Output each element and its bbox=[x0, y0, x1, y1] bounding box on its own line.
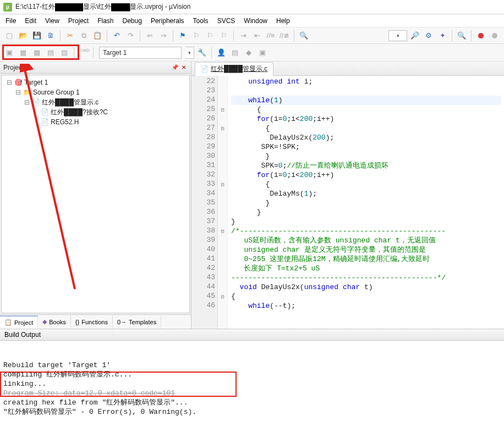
menubar: File Edit View Project Flash Debug Perip… bbox=[0, 14, 504, 27]
tab-functions[interactable]: {}Functions bbox=[71, 315, 113, 329]
separator bbox=[74, 47, 74, 58]
rebuild-icon[interactable]: ▩ bbox=[31, 47, 43, 59]
build-icon[interactable]: ▦ bbox=[17, 47, 29, 59]
separator bbox=[140, 30, 140, 41]
undo-icon[interactable]: ↶ bbox=[111, 30, 123, 42]
editor-tabs: 📄 红外████管显示.c bbox=[191, 62, 504, 76]
tree-file-dep1[interactable]: 📄 红外████?接收?C bbox=[3, 107, 188, 117]
save-all-icon[interactable]: 🗎 bbox=[45, 30, 57, 42]
window-title: E:\c\117-红外██████显示\红外████显示.uvproj - µV… bbox=[15, 2, 190, 12]
target-dropdown-icon[interactable]: ▾ bbox=[185, 47, 194, 59]
open-file-icon[interactable]: 📂 bbox=[17, 30, 29, 42]
new-file-icon[interactable]: ▢ bbox=[3, 30, 15, 42]
groups-icon[interactable]: ▤ bbox=[229, 47, 241, 59]
bookmark-next-icon[interactable]: ⚐ bbox=[204, 30, 216, 42]
file-icon: 📄 bbox=[201, 65, 209, 73]
build-toolbar: ▣ ▦ ▩ ▤ ▧ LOAD⇓ Target 1 ▾ 🔧 👤 ▤ ◆ ▣ bbox=[0, 44, 504, 62]
separator bbox=[211, 47, 212, 58]
tree-group[interactable]: ⊟ 📁 Source Group 1 bbox=[3, 87, 188, 97]
main-area: Project 📌 ✕ ⊟ 🎯 Target 1 ⊟ 📁 Source Grou… bbox=[0, 62, 504, 329]
c-file-icon: 📄 bbox=[40, 108, 49, 116]
app-icon: µ bbox=[3, 3, 12, 12]
bookmark-icon[interactable]: ⚑ bbox=[177, 30, 189, 42]
separator bbox=[294, 30, 294, 41]
translate-icon[interactable]: ▣ bbox=[3, 47, 15, 59]
debug-config-icon[interactable]: ⚙ bbox=[423, 30, 435, 42]
cut-icon[interactable]: ✂ bbox=[64, 30, 76, 42]
manage-project-icon[interactable]: 👤 bbox=[215, 47, 227, 59]
project-pane-header: Project 📌 ✕ bbox=[0, 62, 191, 74]
menu-help[interactable]: Help bbox=[276, 17, 290, 25]
project-tree[interactable]: ⊟ 🎯 Target 1 ⊟ 📁 Source Group 1 ⊟ 📄 红外██… bbox=[1, 75, 190, 313]
redo-icon[interactable]: ↷ bbox=[124, 30, 136, 42]
menu-project[interactable]: Project bbox=[68, 17, 89, 25]
separator bbox=[93, 47, 94, 58]
separator bbox=[233, 30, 234, 41]
tree-file-main[interactable]: ⊟ 📄 红外████管显示.c bbox=[3, 97, 188, 107]
build-output-header: Build Output bbox=[0, 329, 504, 341]
project-pane: Project 📌 ✕ ⊟ 🎯 Target 1 ⊟ 📁 Source Grou… bbox=[0, 62, 191, 329]
tree-collapse-icon[interactable]: ⊟ bbox=[23, 98, 31, 106]
find-in-files-icon[interactable]: 🔍 bbox=[298, 30, 310, 42]
batch-build-icon[interactable]: ▤ bbox=[45, 47, 57, 59]
line-number-gutter: 2223242526272829303132333435363738394041… bbox=[191, 76, 218, 329]
save-icon[interactable]: 💾 bbox=[31, 30, 43, 42]
indent-icon[interactable]: ⇥ bbox=[237, 30, 249, 42]
menu-file[interactable]: File bbox=[6, 17, 16, 25]
pane-close-icon[interactable]: ✕ bbox=[180, 64, 188, 71]
stop-build-icon[interactable]: ▧ bbox=[58, 47, 70, 59]
components-icon[interactable]: ◆ bbox=[243, 47, 255, 59]
pane-title: Project bbox=[3, 64, 24, 71]
editor-pane: 📄 红外████管显示.c 22232425262728293031323334… bbox=[191, 62, 504, 329]
tab-project[interactable]: 📋Project bbox=[0, 315, 38, 329]
menu-debug[interactable]: Debug bbox=[123, 17, 142, 25]
outdent-icon[interactable]: ⇤ bbox=[251, 30, 263, 42]
tab-books[interactable]: ◆Books bbox=[38, 315, 71, 329]
bookmark-clear-icon[interactable]: ⚐ bbox=[218, 30, 230, 42]
templates-tab-icon: 0→ bbox=[117, 319, 127, 325]
menu-view[interactable]: View bbox=[45, 17, 59, 25]
nav-fwd-icon[interactable]: ⇒ bbox=[157, 30, 169, 42]
pane-pin-icon[interactable]: 📌 bbox=[171, 64, 179, 71]
options-icon[interactable]: ✦ bbox=[436, 30, 448, 42]
record-icon[interactable] bbox=[475, 30, 487, 42]
packs-icon[interactable]: ▣ bbox=[256, 47, 269, 59]
find-combo[interactable]: ▾ bbox=[388, 30, 407, 41]
functions-tab-icon: {} bbox=[75, 319, 79, 325]
breakpoint-icon[interactable] bbox=[489, 30, 501, 42]
tab-templates[interactable]: 0→Templates bbox=[113, 315, 161, 329]
download-icon[interactable]: LOAD⇓ bbox=[78, 47, 90, 59]
main-toolbar: ▢ 📂 💾 🗎 ✂ ⧉ 📋 ↶ ↷ ⇐ ⇒ ⚑ ⚐ ⚐ ⚐ ⇥ ⇤ //≡ //… bbox=[0, 27, 504, 44]
folder-icon: 📁 bbox=[23, 88, 31, 96]
tree-collapse-icon[interactable]: ⊟ bbox=[5, 79, 14, 86]
paste-icon[interactable]: 📋 bbox=[91, 30, 103, 42]
uncomment-icon[interactable]: //≢ bbox=[278, 30, 291, 42]
separator bbox=[173, 30, 173, 41]
build-output[interactable]: Rebuild target 'Target 1'compiling 红外解码数… bbox=[0, 341, 504, 421]
nav-back-icon[interactable]: ⇐ bbox=[144, 30, 156, 42]
find-icon[interactable]: 🔎 bbox=[409, 30, 421, 42]
bookmark-prev-icon[interactable]: ⚐ bbox=[190, 30, 202, 42]
project-tab-icon: 📋 bbox=[4, 319, 12, 326]
menu-svcs[interactable]: SVCS bbox=[217, 17, 235, 25]
debug-start-icon[interactable]: 🔍 bbox=[456, 30, 468, 42]
target-options-icon[interactable]: 🔧 bbox=[196, 47, 208, 59]
menu-tools[interactable]: Tools bbox=[193, 17, 209, 25]
target-select[interactable]: Target 1 bbox=[99, 47, 182, 59]
books-tab-icon: ◆ bbox=[42, 318, 47, 325]
tree-collapse-icon[interactable]: ⊟ bbox=[14, 88, 23, 96]
tree-file-dep2[interactable]: 📄 REG52.H bbox=[3, 117, 188, 127]
comment-icon[interactable]: //≡ bbox=[265, 30, 277, 42]
separator bbox=[471, 30, 472, 41]
fold-column[interactable]: ⊟⊟⊟⊟⊟ bbox=[218, 76, 228, 329]
editor-tab-active[interactable]: 📄 红外████管显示.c bbox=[195, 62, 273, 76]
menu-flash[interactable]: Flash bbox=[97, 17, 113, 25]
tree-target[interactable]: ⊟ 🎯 Target 1 bbox=[3, 77, 188, 87]
code-editor[interactable]: 2223242526272829303132333435363738394041… bbox=[191, 76, 504, 329]
code-text[interactable]: unsigned int i; while(1) { for(i=0;i<200… bbox=[228, 76, 504, 329]
menu-edit[interactable]: Edit bbox=[25, 17, 36, 25]
h-file-icon: 📄 bbox=[40, 118, 49, 126]
menu-window[interactable]: Window bbox=[244, 17, 267, 25]
menu-peripherals[interactable]: Peripherals bbox=[151, 17, 184, 25]
copy-icon[interactable]: ⧉ bbox=[78, 30, 90, 42]
